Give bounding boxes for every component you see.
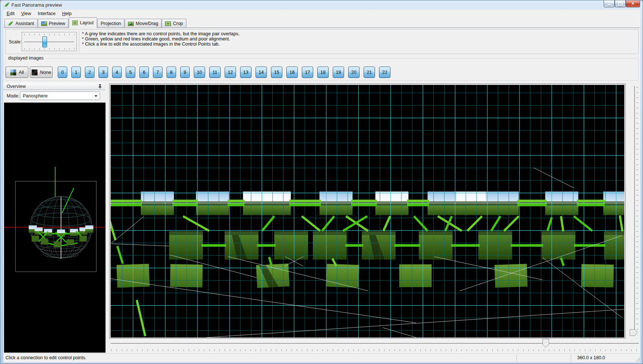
resize-grip[interactable]: [636, 357, 640, 361]
show-all-button[interactable]: All: [6, 67, 28, 78]
image-toggle-button-13[interactable]: 13: [240, 67, 251, 78]
image-toggle-button-10[interactable]: 10: [194, 67, 205, 78]
yaw-slider-thumb[interactable]: [542, 339, 549, 348]
tab-preview[interactable]: GLPreview: [38, 19, 68, 28]
tab-layout[interactable]: Layout: [69, 17, 97, 28]
pitch-slider-tick: [636, 221, 638, 221]
yaw-slider-track[interactable]: [111, 343, 639, 344]
yaw-slider-tick: [209, 349, 210, 351]
yaw-slider-tick: [261, 349, 261, 351]
yaw-slider-tick: [461, 349, 462, 351]
yaw-slider-tick: [544, 349, 544, 351]
panosphere-overview[interactable]: [4, 103, 106, 353]
yaw-slider-tick: [616, 349, 616, 351]
pitch-slider-tick: [636, 103, 638, 103]
tab-assistant[interactable]: Assistant: [4, 19, 37, 28]
hint-list: * A grey line indicates there are no con…: [82, 31, 240, 47]
pitch-slider-tick: [636, 87, 638, 88]
yaw-slider-tick: [127, 349, 127, 351]
scale-hints-panel: Scale: * A grey line indicates there are…: [5, 29, 639, 54]
pitch-slider-tick: [636, 159, 638, 160]
tab-move-drag[interactable]: Move/Drag: [125, 19, 161, 28]
pitch-slider-track[interactable]: [634, 86, 635, 336]
tab-label: Assistant: [15, 21, 34, 26]
yaw-slider-tick: [436, 349, 436, 351]
image-toggle-button-12[interactable]: 12: [225, 67, 236, 78]
preview-icon: GL: [41, 21, 47, 26]
menu-item-help[interactable]: Help: [59, 10, 75, 17]
image-toggle-button-14[interactable]: 14: [256, 67, 267, 78]
image-toggle-button-9[interactable]: 9: [180, 67, 190, 78]
status-separator: [517, 354, 517, 362]
scale-slider-thumb[interactable]: [42, 36, 47, 47]
layout-canvas[interactable]: [111, 85, 624, 338]
show-none-button[interactable]: None: [30, 67, 53, 78]
pitch-slider-tick: [636, 226, 638, 226]
title-bar[interactable]: Fast Panorama preview ✕: [0, 0, 643, 10]
image-toggle-button-19[interactable]: 19: [333, 67, 344, 78]
minimize-button[interactable]: [604, 0, 615, 7]
pitch-slider-tick: [636, 154, 638, 154]
pitch-slider-tick: [636, 329, 638, 329]
canvas-frame: [109, 83, 626, 339]
tab-projection[interactable]: Projection: [97, 19, 125, 28]
image-toggle-button-11[interactable]: 11: [209, 67, 221, 78]
scale-slider-track[interactable]: [24, 42, 74, 43]
close-button[interactable]: ✕: [626, 0, 640, 7]
yaw-slider-tick: [394, 349, 395, 351]
pitch-slider-tick: [636, 108, 638, 108]
pin-icon[interactable]: [98, 84, 102, 89]
image-toggle-button-3[interactable]: 3: [99, 67, 108, 78]
pitch-slider-tick: [636, 216, 638, 216]
image-toggle-button-17[interactable]: 17: [302, 67, 313, 78]
yaw-slider-tick: [307, 349, 307, 351]
maximize-button[interactable]: [615, 0, 626, 7]
image-toggle-button-4[interactable]: 4: [112, 67, 122, 78]
image-toggle-button-7[interactable]: 7: [153, 67, 162, 78]
pitch-slider-tick: [636, 283, 638, 283]
pitch-slider-thumb[interactable]: [629, 329, 638, 336]
image-toggle-button-18[interactable]: 18: [317, 67, 329, 78]
yaw-slider-tick: [364, 349, 364, 351]
scale-tick: [59, 34, 60, 35]
image-toggle-button-1[interactable]: 1: [71, 67, 81, 78]
yaw-slider-tick: [153, 349, 153, 351]
image-toggle-button-22[interactable]: 22: [379, 67, 390, 78]
image-toggle-button-0[interactable]: 0: [58, 67, 67, 78]
yaw-slider-tick: [132, 349, 132, 351]
all-images-icon: [10, 69, 17, 76]
menu-item-view[interactable]: View: [18, 10, 35, 17]
yaw-slider-tick: [420, 349, 421, 351]
yaw-slider-tick: [410, 349, 410, 351]
yaw-slider-tick: [467, 349, 467, 351]
yaw-slider-tick: [317, 349, 318, 351]
close-icon: ✕: [631, 1, 635, 6]
image-toggle-button-5[interactable]: 5: [126, 67, 135, 78]
yaw-slider-tick: [533, 349, 534, 351]
image-toggle-button-21[interactable]: 21: [364, 67, 375, 78]
yaw-slider-tick: [158, 349, 158, 351]
image-toggle-button-2[interactable]: 2: [85, 67, 94, 78]
image-toggle-button-16[interactable]: 16: [286, 67, 298, 78]
assistant-icon: [8, 21, 14, 26]
pitch-slider[interactable]: [626, 83, 640, 352]
image-toggle-button-20[interactable]: 20: [348, 67, 360, 78]
crop-icon: [165, 21, 171, 26]
yaw-slider-tick: [328, 349, 328, 351]
yaw-slider-tick: [549, 349, 549, 351]
image-toggle-button-8[interactable]: 8: [167, 67, 176, 78]
yaw-slider-tick: [142, 349, 143, 351]
displayed-images-label: displayed images: [7, 56, 45, 61]
menu-item-edit[interactable]: Edit: [3, 10, 18, 17]
tab-crop[interactable]: Crop: [162, 19, 186, 28]
image-toggle-button-6[interactable]: 6: [139, 67, 149, 78]
scale-slider[interactable]: [22, 32, 77, 51]
scale-tick: [54, 48, 55, 50]
pitch-slider-tick: [636, 164, 638, 165]
mode-select[interactable]: Panosphere: [20, 92, 100, 100]
image-toggle-button-15[interactable]: 15: [271, 67, 282, 78]
tab-label: Preview: [49, 21, 65, 26]
menu-item-interface[interactable]: Interface: [34, 10, 59, 17]
tab-label: Move/Drag: [136, 21, 158, 26]
yaw-slider-tick: [219, 349, 220, 351]
